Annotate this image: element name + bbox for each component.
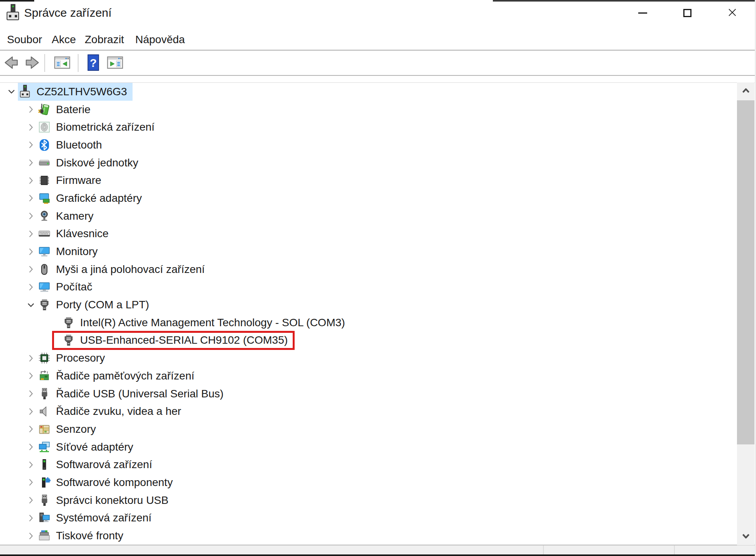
cpu-icon	[38, 351, 51, 365]
tree-item-content[interactable]: Správci konektoru USB	[37, 491, 174, 509]
tree-item-content[interactable]: Myši a jiná polohovací zařízení	[37, 261, 210, 278]
status-bar	[0, 545, 756, 554]
help-button[interactable]: ?	[84, 53, 103, 73]
close-icon	[727, 7, 737, 19]
tree-item[interactable]: Porty (COM a LPT)	[0, 296, 756, 314]
tree-item[interactable]: Procesory	[0, 349, 756, 367]
chevron-right-icon[interactable]	[24, 405, 37, 418]
menu-item-zobrazit[interactable]: Zobrazit	[85, 33, 124, 46]
chevron-right-icon[interactable]	[24, 458, 37, 471]
tree-item-content[interactable]: Řadiče paměťových zařízení	[37, 367, 200, 385]
tree-item[interactable]: CZ52LTHV5W6G3	[0, 83, 756, 101]
menu-item-akce[interactable]: Akce	[52, 33, 76, 46]
tree-item-content[interactable]: Baterie	[37, 101, 96, 119]
scrollbar-thumb[interactable]	[737, 100, 754, 444]
chevron-down-icon[interactable]	[24, 298, 37, 311]
forward-button[interactable]	[23, 53, 42, 73]
tree-item[interactable]: Intel(R) Active Management Technology - …	[0, 314, 756, 332]
tree-item[interactable]: Softwarové komponenty	[0, 474, 756, 491]
chevron-right-icon[interactable]	[24, 494, 37, 507]
properties-button[interactable]	[106, 53, 124, 73]
tree-item[interactable]: Tiskové fronty	[0, 527, 756, 545]
chevron-right-icon[interactable]	[24, 174, 37, 187]
tree-item-content[interactable]: Počítač	[37, 278, 98, 296]
tree-item-content[interactable]: Diskové jednotky	[37, 154, 144, 172]
tree-item-content[interactable]: Firmware	[37, 171, 107, 189]
scrollbar-down-button[interactable]	[737, 527, 754, 545]
tree-item[interactable]: Řadiče USB (Universal Serial Bus)	[0, 385, 756, 403]
vertical-scrollbar[interactable]	[737, 82, 754, 545]
tree-item-content[interactable]: Klávesnice	[37, 225, 114, 243]
tree-item[interactable]: Softwarová zařízení	[0, 456, 756, 474]
tree-item[interactable]: Řadiče zvuku, videa a her	[0, 402, 756, 420]
tree-item-content[interactable]: Tiskové fronty	[37, 527, 129, 545]
tree-item[interactable]: Grafické adaptéry	[0, 189, 756, 207]
tree-item-label: USB-Enhanced-SERIAL CH9102 (COM35)	[80, 334, 288, 346]
tree-item-content[interactable]: Procesory	[37, 349, 110, 367]
chevron-right-icon[interactable]	[24, 245, 37, 258]
bottom-edge-strip	[0, 554, 756, 556]
minimize-button[interactable]	[630, 2, 655, 24]
tree-item[interactable]: Počítač	[0, 278, 756, 296]
tree-item-content[interactable]: Síťové adaptéry	[37, 438, 139, 456]
tree-item[interactable]: Systémová zařízení	[0, 509, 756, 527]
tree-item-content[interactable]: Grafické adaptéry	[37, 189, 147, 207]
tree-item-content[interactable]: Kamery	[37, 207, 99, 225]
chevron-right-icon[interactable]	[24, 476, 37, 489]
menu-item-soubor[interactable]: Soubor	[7, 33, 42, 46]
chevron-right-icon[interactable]	[24, 192, 37, 205]
tree-item-content[interactable]: Softwarová zařízení	[37, 456, 157, 474]
back-button[interactable]	[2, 53, 20, 73]
show-console-tree-button[interactable]	[53, 53, 72, 73]
tree-item-content[interactable]: Řadiče USB (Universal Serial Bus)	[37, 385, 229, 403]
maximize-button[interactable]	[674, 2, 700, 24]
tree-item[interactable]: Senzory	[0, 420, 756, 438]
toolbar-separator	[78, 54, 79, 72]
chevron-right-icon[interactable]	[24, 156, 37, 170]
storage-controller-icon	[38, 369, 51, 383]
chevron-right-icon[interactable]	[24, 227, 37, 240]
chevron-right-icon[interactable]	[24, 441, 37, 454]
chevron-right-icon[interactable]	[24, 280, 37, 294]
chevron-right-icon[interactable]	[24, 387, 37, 400]
scrollbar-up-button[interactable]	[737, 82, 754, 100]
tree-item[interactable]: Klávesnice	[0, 225, 756, 243]
tree-item[interactable]: Bluetooth	[0, 136, 756, 154]
tree-item[interactable]: Diskové jednotky	[0, 154, 756, 172]
tree-item[interactable]: Řadiče paměťových zařízení	[0, 367, 756, 385]
monitor-icon	[38, 245, 51, 259]
tree-item-content[interactable]: CZ52LTHV5W6G3	[18, 83, 133, 101]
tree-item-content[interactable]: USB-Enhanced-SERIAL CH9102 (COM35)	[61, 332, 293, 350]
chevron-right-icon[interactable]	[24, 138, 37, 152]
tree-item[interactable]: Kamery	[0, 207, 756, 225]
tree-item[interactable]: Myši a jiná polohovací zařízení	[0, 261, 756, 278]
tree-item-content[interactable]: Monitory	[37, 243, 103, 261]
tree-item-content[interactable]: Softwarové komponenty	[37, 474, 178, 491]
close-button[interactable]	[719, 2, 745, 24]
tree-item-content[interactable]: Senzory	[37, 420, 101, 438]
tree-item[interactable]: Biometrická zařízení	[0, 118, 756, 136]
chevron-right-icon[interactable]	[24, 369, 37, 383]
tree-item-content[interactable]: Porty (COM a LPT)	[37, 296, 155, 314]
tree-item[interactable]: Firmware	[0, 171, 756, 189]
chevron-right-icon[interactable]	[24, 263, 37, 276]
tree-item-content[interactable]: Intel(R) Active Management Technology - …	[61, 314, 351, 332]
tree-item[interactable]: Baterie	[0, 101, 756, 119]
chevron-right-icon[interactable]	[24, 210, 37, 223]
chevron-right-icon[interactable]	[24, 103, 37, 116]
chevron-down-icon[interactable]	[5, 85, 18, 98]
chevron-right-icon[interactable]	[24, 351, 37, 365]
tree-item-content[interactable]: Řadiče zvuku, videa a her	[37, 402, 187, 420]
menu-item-napoveda[interactable]: Nápověda	[135, 33, 185, 46]
tree-item[interactable]: USB-Enhanced-SERIAL CH9102 (COM35)	[0, 332, 756, 350]
tree-item-content[interactable]: Biometrická zařízení	[37, 118, 160, 136]
tree-item[interactable]: Síťové adaptéry	[0, 438, 756, 456]
chevron-right-icon[interactable]	[24, 121, 37, 134]
chevron-right-icon[interactable]	[24, 529, 37, 542]
tree-item[interactable]: Monitory	[0, 243, 756, 261]
tree-item-content[interactable]: Systémová zařízení	[37, 509, 157, 527]
tree-item-content[interactable]: Bluetooth	[37, 136, 107, 154]
chevron-right-icon[interactable]	[24, 423, 37, 436]
chevron-right-icon[interactable]	[24, 511, 37, 525]
tree-item[interactable]: Správci konektoru USB	[0, 491, 756, 509]
